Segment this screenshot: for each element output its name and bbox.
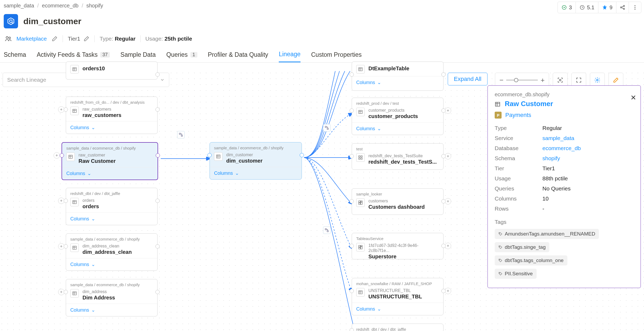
- node-orders[interactable]: + redshift_dbt / dev / dbt_jaffle orders…: [66, 188, 158, 225]
- port[interactable]: [60, 153, 64, 158]
- node-customers-dashboard[interactable]: + sample_looker customersCustomers dashb…: [352, 188, 443, 215]
- port[interactable]: [64, 107, 68, 112]
- port[interactable]: [441, 199, 446, 203]
- port[interactable]: [300, 153, 304, 157]
- port[interactable]: [155, 199, 160, 203]
- node-superstore[interactable]: + TableauService 1fd7cd67-3d92-4c3f-9e46…: [352, 233, 443, 259]
- port[interactable]: [64, 290, 68, 294]
- port[interactable]: [441, 244, 446, 248]
- port[interactable]: [64, 244, 68, 249]
- node-dbt-jaffle-partial[interactable]: redshift_dbt / dev / dbt_jaffle: [352, 324, 443, 331]
- columns-toggle[interactable]: Columns⌄: [66, 121, 157, 134]
- columns-toggle[interactable]: Columns⌄: [352, 76, 443, 89]
- node-raw-customers[interactable]: + redshift_from_cli_do... / dev / dbt_an…: [66, 97, 158, 134]
- share-button[interactable]: [616, 2, 629, 13]
- add-upstream-button[interactable]: +: [54, 152, 60, 159]
- add-downstream-button[interactable]: +: [445, 243, 451, 249]
- port[interactable]: [155, 72, 160, 77]
- tab-lineage[interactable]: Lineage: [279, 51, 301, 62]
- columns-toggle[interactable]: Columns⌄: [66, 304, 157, 316]
- kv-value[interactable]: ecommerce_db: [542, 145, 581, 151]
- port[interactable]: [350, 72, 354, 77]
- port[interactable]: [350, 328, 354, 331]
- kv-value[interactable]: shopify: [542, 155, 560, 162]
- port[interactable]: [441, 154, 446, 158]
- panel-title[interactable]: Raw Customer: [495, 100, 634, 108]
- columns-toggle[interactable]: Columns⌄: [62, 167, 158, 180]
- port[interactable]: [350, 289, 354, 293]
- add-downstream-button[interactable]: +: [445, 288, 451, 294]
- edit-owner-icon[interactable]: [51, 36, 58, 42]
- time-stat[interactable]: 5.1: [576, 2, 598, 13]
- node-sub: redshift_dev_tests_TestSuite: [368, 153, 437, 158]
- conversations-stat[interactable]: 3: [558, 2, 576, 13]
- node-dim-address-clean[interactable]: + sample_data / ecommerce_db / shopify d…: [66, 233, 158, 271]
- tag-chip[interactable]: PII.Sensitive: [495, 269, 537, 279]
- zoom-in-icon[interactable]: +: [541, 76, 545, 84]
- page-title-row: dim_customer: [0, 11, 644, 29]
- tab-activity[interactable]: Activity Feeds & Tasks37: [37, 51, 110, 62]
- columns-toggle[interactable]: Columns⌄: [352, 122, 443, 135]
- svg-rect-31: [359, 158, 360, 159]
- node-orders10[interactable]: orders10: [66, 62, 158, 80]
- tab-queries[interactable]: Queries1: [166, 51, 197, 62]
- tab-sample-data[interactable]: Sample Data: [120, 51, 156, 62]
- port[interactable]: [156, 153, 160, 158]
- kv-key: Schema: [495, 155, 537, 162]
- breadcrumb-item[interactable]: sample_data: [4, 3, 34, 9]
- tag-icon: [498, 245, 503, 249]
- columns-toggle[interactable]: Columns⌄: [66, 212, 157, 225]
- tag-chip[interactable]: AmundsenTags.amundsen__RENAMED: [495, 229, 599, 239]
- expand-all-button[interactable]: Expand All: [448, 73, 488, 85]
- node-unstructure[interactable]: + mohan_snowfalke / RAW / JAFFLE_SHOP UN…: [352, 278, 443, 315]
- more-button[interactable]: [629, 2, 641, 13]
- port[interactable]: [64, 199, 68, 203]
- stars-stat[interactable]: 9: [598, 2, 616, 13]
- port[interactable]: [207, 153, 212, 157]
- pipeline-icon[interactable]: [323, 124, 330, 132]
- tab-custom[interactable]: Custom Properties: [311, 51, 362, 62]
- close-button[interactable]: ✕: [630, 94, 636, 102]
- port[interactable]: [350, 154, 354, 158]
- node-redshift-tests[interactable]: + test redshift_dev_tests_TestSuiteredsh…: [352, 143, 443, 170]
- breadcrumb-item[interactable]: shopify: [86, 3, 103, 9]
- columns-toggle[interactable]: Columns⌄: [66, 258, 157, 271]
- kv-key: Rows: [495, 206, 537, 212]
- breadcrumb-item[interactable]: ecommerce_db: [42, 3, 79, 9]
- port[interactable]: [155, 290, 160, 294]
- kv-key: Database: [495, 145, 537, 151]
- add-downstream-button[interactable]: +: [445, 153, 451, 159]
- add-downstream-button[interactable]: +: [445, 107, 451, 114]
- marketplace-link[interactable]: Marketplace: [16, 36, 47, 42]
- port[interactable]: [155, 107, 160, 112]
- tag-chip[interactable]: dbtTags.tags_column_one: [495, 255, 567, 265]
- node-dim-address[interactable]: + sample_data / ecommerce_db / shopify d…: [66, 279, 158, 316]
- panel-domain[interactable]: P Payments: [495, 112, 634, 119]
- node-raw-customer-selected[interactable]: + sample_data / ecommerce_db / shopify r…: [62, 142, 158, 180]
- pipeline-icon[interactable]: [177, 131, 185, 138]
- node-dtexampletable[interactable]: DtExampleTable Columns⌄: [352, 62, 443, 91]
- pipeline-icon[interactable]: [323, 227, 330, 234]
- kv-value[interactable]: sample_data: [542, 135, 574, 141]
- add-downstream-button[interactable]: +: [445, 198, 451, 204]
- port[interactable]: [441, 72, 446, 77]
- port[interactable]: [155, 244, 160, 249]
- port[interactable]: [350, 199, 354, 203]
- zoom-track[interactable]: [506, 80, 538, 81]
- svg-rect-25: [73, 292, 76, 295]
- tab-schema[interactable]: Schema: [4, 51, 26, 62]
- columns-toggle[interactable]: Columns⌄: [210, 167, 302, 179]
- tab-profiler[interactable]: Profiler & Data Quality: [208, 51, 268, 62]
- zoom-out-icon[interactable]: −: [499, 76, 503, 84]
- columns-toggle[interactable]: Columns⌄: [352, 303, 443, 315]
- port[interactable]: [350, 108, 354, 113]
- lineage-canvas[interactable]: Search Lineage Expand All − +: [0, 71, 644, 331]
- port[interactable]: [350, 244, 354, 248]
- port[interactable]: [441, 108, 446, 113]
- node-customer-products[interactable]: + redshift_prod / dev / test customer_pr…: [352, 98, 443, 135]
- tag-chip[interactable]: dbtTags.singe_tag: [495, 242, 549, 252]
- zoom-thumb[interactable]: [514, 78, 518, 82]
- edit-tier-icon[interactable]: [83, 36, 90, 42]
- node-dim-customer-center[interactable]: sample_data / ecommerce_db / shopify dim…: [210, 142, 302, 180]
- port[interactable]: [441, 289, 446, 293]
